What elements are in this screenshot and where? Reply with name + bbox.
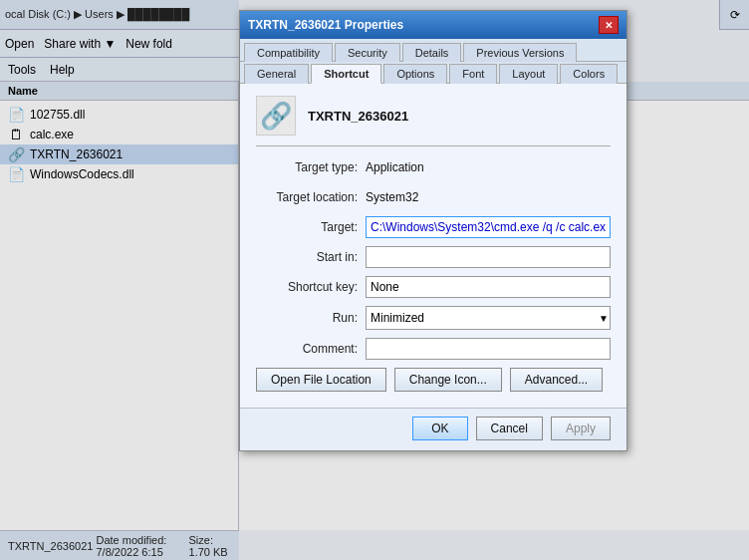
tab-security[interactable]: Security <box>335 43 400 62</box>
cancel-button[interactable]: Cancel <box>476 417 543 440</box>
comment-label: Comment: <box>256 342 366 356</box>
tab-previous-versions[interactable]: Previous Versions <box>463 43 577 62</box>
dialog-footer: OK Cancel Apply <box>240 408 626 450</box>
target-location-label: Target location: <box>256 190 366 204</box>
shortcut-key-label: Shortcut key: <box>256 280 366 294</box>
advanced-button[interactable]: Advanced... <box>510 368 603 392</box>
titlebar-buttons: ✕ <box>599 16 619 34</box>
comment-row: Comment: <box>256 338 611 360</box>
dialog-overlay: TXRTN_2636021 Properties ✕ Compatibility… <box>0 0 749 560</box>
target-input[interactable] <box>366 216 611 238</box>
shortcut-key-input[interactable] <box>366 276 611 298</box>
apply-button[interactable]: Apply <box>551 417 611 440</box>
action-buttons: Open File Location Change Icon... Advanc… <box>256 368 611 392</box>
tab-details[interactable]: Details <box>402 43 462 62</box>
shortcut-icon-glyph: 🔗 <box>260 101 292 132</box>
start-in-label: Start in: <box>256 250 366 264</box>
close-button[interactable]: ✕ <box>599 16 619 34</box>
tab-font[interactable]: Font <box>449 64 497 84</box>
run-label: Run: <box>256 311 366 325</box>
change-icon-button[interactable]: Change Icon... <box>394 368 502 392</box>
start-in-row: Start in: <box>256 246 611 268</box>
target-type-value: Application <box>366 160 424 174</box>
tab-options[interactable]: Options <box>383 64 447 84</box>
target-location-row: Target location: System32 <box>256 186 611 208</box>
target-row: Target: <box>256 216 611 238</box>
comment-input[interactable] <box>366 338 611 360</box>
target-type-label: Target type: <box>256 160 366 174</box>
run-select[interactable]: Normal window Minimized Maximized <box>366 306 611 330</box>
tab-colors[interactable]: Colors <box>560 64 618 84</box>
dialog-title: TXRTN_2636021 Properties <box>248 18 403 32</box>
dialog-shortcut-content: 🔗 TXRTN_2636021 Target type: Application… <box>240 84 626 408</box>
tab-compatibility[interactable]: Compatibility <box>244 43 333 62</box>
target-type-row: Target type: Application <box>256 156 611 178</box>
icon-name-row: 🔗 TXRTN_2636021 <box>256 96 611 146</box>
dialog-file-name: TXRTN_2636021 <box>308 109 408 124</box>
tab-general[interactable]: General <box>244 64 309 84</box>
run-row: Run: Normal window Minimized Maximized ▼ <box>256 306 611 330</box>
tab-row-1: Compatibility Security Details Previous … <box>240 39 626 62</box>
run-select-wrapper: Normal window Minimized Maximized ▼ <box>366 306 611 330</box>
ok-button[interactable]: OK <box>412 417 467 440</box>
target-location-value: System32 <box>366 190 418 204</box>
target-label: Target: <box>256 220 366 234</box>
start-in-input[interactable] <box>366 246 611 268</box>
shortcut-key-row: Shortcut key: <box>256 276 611 298</box>
tab-row-2: General Shortcut Options Font Layout Col… <box>240 62 626 84</box>
properties-dialog: TXRTN_2636021 Properties ✕ Compatibility… <box>239 10 627 451</box>
tab-shortcut[interactable]: Shortcut <box>311 64 381 84</box>
tab-layout[interactable]: Layout <box>499 64 558 84</box>
file-big-icon: 🔗 <box>256 96 296 136</box>
dialog-titlebar: TXRTN_2636021 Properties ✕ <box>240 11 626 39</box>
open-file-location-button[interactable]: Open File Location <box>256 368 386 392</box>
